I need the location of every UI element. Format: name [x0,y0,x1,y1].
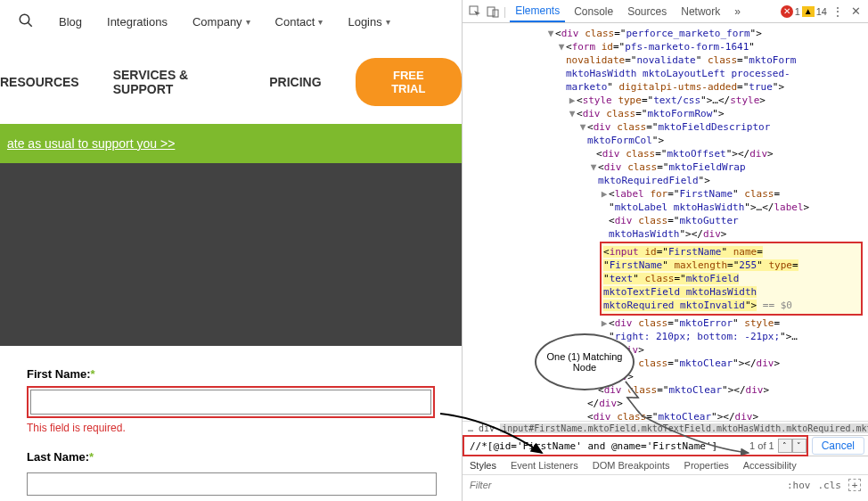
devtools-panel: | Elements Console Sources Network » ✕1 … [462,0,868,501]
xpath-search-input[interactable] [464,438,746,454]
error-count: 1 [795,6,800,17]
svg-point-0 [20,14,29,24]
styles-tabs: Styles Event Listeners DOM Breakpoints P… [463,456,868,475]
cancel-button[interactable]: Cancel [812,437,864,455]
subtab-event-listeners[interactable]: Event Listeners [511,460,578,471]
warning-badge[interactable]: ▲ [802,6,815,17]
tab-network[interactable]: Network [676,2,725,21]
tab-sources[interactable]: Sources [622,2,672,21]
tab-more[interactable]: » [729,2,746,21]
warning-count: 14 [816,6,827,17]
chevron-down-icon: ▾ [246,17,250,27]
nav-pricing[interactable]: PRICING [269,75,321,89]
nav-logins[interactable]: Logins▾ [348,15,389,29]
inspect-icon[interactable] [468,4,482,19]
nav-company[interactable]: Company▾ [192,15,250,29]
first-name-label: First Name:* [27,367,435,381]
hov-toggle[interactable]: :hov [787,480,811,491]
styles-filter-bar: :hov .cls + [463,475,868,495]
last-name-input[interactable] [27,472,437,496]
nav-resources[interactable]: RESOURCES [0,75,79,89]
prev-match-button[interactable]: ˄ [778,439,792,453]
svg-line-1 [28,22,32,27]
devtools-toolbar: | Elements Console Sources Network » ✕1 … [463,0,868,23]
error-badge[interactable]: ✕ [781,5,793,18]
first-name-highlight [27,386,435,418]
nav-services[interactable]: SERVICES & SUPPORT [113,68,236,96]
next-match-button[interactable]: ˅ [792,439,807,453]
nav-blog[interactable]: Blog [59,15,82,29]
highlighted-element[interactable]: <input id="FirstName" name= "FirstName" … [600,242,863,316]
cls-toggle[interactable]: .cls [818,480,842,491]
nav-contact[interactable]: Contact▾ [275,15,323,29]
last-name-label: Last Name:* [27,450,435,464]
search-icon[interactable] [18,12,34,31]
subtab-accessibility[interactable]: Accessibility [743,460,797,471]
elements-tree[interactable]: ▼<div class="perforce_marketo_form"> ▼<f… [463,23,868,421]
first-name-input[interactable] [30,390,431,415]
nav-integrations[interactable]: Integrations [107,15,168,29]
secondary-nav: RESOURCES SERVICES & SUPPORT PRICING FRE… [0,44,462,124]
free-trial-button[interactable]: FREE TRIAL [356,58,462,106]
subtab-properties[interactable]: Properties [684,460,729,471]
chevron-down-icon: ▾ [386,17,390,27]
promo-banner[interactable]: ate as usual to support you >> [0,124,462,163]
subtab-dom-breakpoints[interactable]: DOM Breakpoints [593,460,670,471]
top-nav: Blog Integrations Company▾ Contact▾ Logi… [0,0,462,44]
close-icon[interactable]: ✕ [848,4,863,19]
styles-filter-input[interactable] [470,480,648,490]
search-bar: 1 of 1 ˄ ˅ Cancel [463,435,868,456]
breadcrumb[interactable]: … div input#FirstName.mktoField.mktoText… [463,421,868,435]
chevron-down-icon: ▾ [318,17,323,27]
subtab-styles[interactable]: Styles [470,460,496,471]
first-name-error: This field is required. [27,422,435,434]
hero-section [0,163,462,346]
tab-elements[interactable]: Elements [510,1,565,22]
svg-rect-3 [487,7,495,16]
device-icon[interactable] [486,4,500,19]
form-section: First Name:* This field is required. Las… [0,346,462,501]
tab-console[interactable]: Console [569,2,618,21]
kebab-icon[interactable]: ⋮ [831,4,845,19]
match-count: 1 of 1 [746,440,778,451]
new-style-button[interactable]: + [848,479,861,491]
